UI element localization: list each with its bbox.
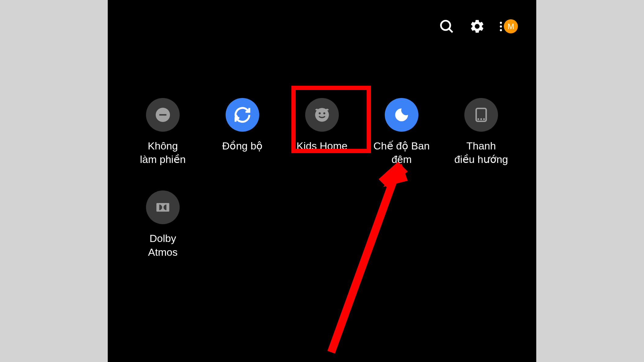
nav-bar-icon bbox=[464, 98, 498, 132]
svg-point-6 bbox=[323, 112, 325, 115]
sync-label: Đồng bộ bbox=[222, 139, 263, 153]
kids-home-label: Kids Home bbox=[297, 139, 347, 153]
quick-settings-panel: M Không làm phiền Đồng bbox=[108, 0, 536, 362]
header-actions: M bbox=[439, 18, 518, 34]
svg-point-0 bbox=[441, 21, 450, 30]
profile-avatar: M bbox=[504, 19, 518, 33]
dolby-atmos-icon bbox=[146, 190, 180, 224]
dolby-atmos-label: Dolby Atmos bbox=[148, 232, 178, 258]
kids-home-icon bbox=[305, 98, 339, 132]
svg-rect-3 bbox=[159, 114, 166, 116]
do-not-disturb-icon bbox=[146, 98, 180, 132]
quick-settings-grid: Không làm phiền Đồng bộ bbox=[123, 98, 521, 283]
sync-tile[interactable]: Đồng bộ bbox=[203, 98, 282, 166]
night-mode-icon bbox=[385, 98, 418, 132]
svg-line-1 bbox=[449, 29, 453, 32]
sync-icon bbox=[226, 98, 259, 132]
night-mode-tile[interactable]: Chế độ Ban đêm bbox=[362, 98, 441, 166]
search-icon[interactable] bbox=[439, 18, 455, 34]
svg-point-5 bbox=[319, 112, 321, 115]
do-not-disturb-label: Không làm phiền bbox=[140, 139, 186, 166]
nav-bar-tile[interactable]: Thanh điều hướng bbox=[441, 98, 521, 166]
more-profile-button[interactable]: M bbox=[500, 19, 518, 33]
more-dots-icon bbox=[500, 22, 502, 31]
settings-icon[interactable] bbox=[469, 18, 485, 34]
night-mode-label: Chế độ Ban đêm bbox=[373, 139, 430, 166]
kids-home-tile[interactable]: Kids Home bbox=[282, 98, 362, 166]
nav-bar-label: Thanh điều hướng bbox=[454, 139, 508, 166]
dolby-atmos-tile[interactable]: Dolby Atmos bbox=[123, 190, 203, 258]
do-not-disturb-tile[interactable]: Không làm phiền bbox=[123, 98, 203, 166]
svg-rect-11 bbox=[156, 203, 169, 212]
profile-letter: M bbox=[507, 22, 514, 31]
